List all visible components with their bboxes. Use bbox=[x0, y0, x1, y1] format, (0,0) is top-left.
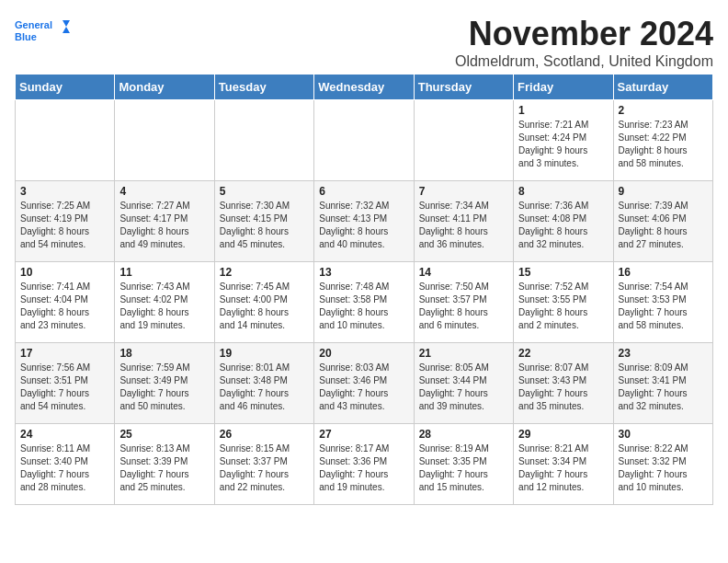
day-info: Sunrise: 7:32 AM Sunset: 4:13 PM Dayligh… bbox=[319, 200, 408, 251]
day-number: 4 bbox=[119, 185, 209, 198]
calendar-cell: 15Sunrise: 7:52 AM Sunset: 3:55 PM Dayli… bbox=[514, 262, 613, 343]
svg-text:Blue: Blue bbox=[15, 31, 37, 42]
day-info: Sunrise: 7:54 AM Sunset: 3:53 PM Dayligh… bbox=[619, 281, 708, 332]
day-number: 23 bbox=[619, 347, 708, 360]
calendar-cell: 30Sunrise: 8:22 AM Sunset: 3:32 PM Dayli… bbox=[613, 424, 712, 505]
calendar-cell bbox=[314, 100, 414, 181]
calendar-cell: 19Sunrise: 8:01 AM Sunset: 3:48 PM Dayli… bbox=[214, 343, 313, 424]
header-cell: Wednesday bbox=[314, 75, 414, 100]
day-number: 28 bbox=[419, 428, 508, 441]
calendar-cell: 4Sunrise: 7:27 AM Sunset: 4:17 PM Daylig… bbox=[115, 181, 214, 262]
calendar-week-row: 10Sunrise: 7:41 AM Sunset: 4:04 PM Dayli… bbox=[16, 262, 713, 343]
day-info: Sunrise: 7:45 AM Sunset: 4:00 PM Dayligh… bbox=[220, 281, 309, 332]
day-number: 2 bbox=[619, 104, 708, 117]
calendar-cell: 27Sunrise: 8:17 AM Sunset: 3:36 PM Dayli… bbox=[314, 424, 414, 505]
calendar-cell bbox=[214, 100, 313, 181]
calendar-cell: 7Sunrise: 7:34 AM Sunset: 4:11 PM Daylig… bbox=[414, 181, 513, 262]
calendar-cell bbox=[16, 100, 115, 181]
day-info: Sunrise: 8:17 AM Sunset: 3:36 PM Dayligh… bbox=[319, 442, 408, 494]
day-number: 12 bbox=[220, 266, 309, 279]
calendar-cell: 2Sunrise: 7:23 AM Sunset: 4:22 PM Daylig… bbox=[613, 100, 712, 181]
day-number: 15 bbox=[518, 266, 608, 279]
logo: General Blue bbox=[15, 15, 70, 52]
calendar-cell bbox=[414, 100, 513, 181]
calendar-cell: 11Sunrise: 7:43 AM Sunset: 4:02 PM Dayli… bbox=[115, 262, 214, 343]
header-row: SundayMondayTuesdayWednesdayThursdayFrid… bbox=[16, 75, 713, 100]
day-info: Sunrise: 7:23 AM Sunset: 4:22 PM Dayligh… bbox=[619, 119, 708, 170]
calendar-cell: 8Sunrise: 7:36 AM Sunset: 4:08 PM Daylig… bbox=[514, 181, 613, 262]
day-number: 8 bbox=[518, 185, 608, 198]
calendar-cell: 3Sunrise: 7:25 AM Sunset: 4:19 PM Daylig… bbox=[16, 181, 115, 262]
month-title: November 2024 bbox=[455, 15, 713, 53]
day-number: 26 bbox=[220, 428, 309, 441]
day-number: 30 bbox=[619, 428, 708, 441]
header-cell: Thursday bbox=[414, 75, 513, 100]
day-number: 6 bbox=[319, 185, 408, 198]
day-info: Sunrise: 8:03 AM Sunset: 3:46 PM Dayligh… bbox=[319, 362, 408, 413]
day-number: 17 bbox=[20, 347, 109, 360]
day-info: Sunrise: 8:01 AM Sunset: 3:48 PM Dayligh… bbox=[220, 362, 309, 413]
day-number: 29 bbox=[518, 428, 608, 441]
day-number: 16 bbox=[619, 266, 708, 279]
svg-marker-2 bbox=[63, 20, 70, 33]
header-cell: Monday bbox=[115, 75, 214, 100]
calendar-week-row: 3Sunrise: 7:25 AM Sunset: 4:19 PM Daylig… bbox=[16, 181, 713, 262]
day-number: 3 bbox=[20, 185, 109, 198]
day-info: Sunrise: 7:48 AM Sunset: 3:58 PM Dayligh… bbox=[319, 281, 408, 332]
calendar-cell: 28Sunrise: 8:19 AM Sunset: 3:35 PM Dayli… bbox=[414, 424, 513, 505]
calendar-cell: 26Sunrise: 8:15 AM Sunset: 3:37 PM Dayli… bbox=[214, 424, 313, 505]
calendar-cell: 16Sunrise: 7:54 AM Sunset: 3:53 PM Dayli… bbox=[613, 262, 712, 343]
calendar-week-row: 17Sunrise: 7:56 AM Sunset: 3:51 PM Dayli… bbox=[16, 343, 713, 424]
location: Oldmeldrum, Scotland, United Kingdom bbox=[455, 53, 713, 70]
calendar-cell: 10Sunrise: 7:41 AM Sunset: 4:04 PM Dayli… bbox=[16, 262, 115, 343]
day-number: 5 bbox=[220, 185, 309, 198]
svg-text:General: General bbox=[15, 19, 52, 30]
day-number: 14 bbox=[419, 266, 508, 279]
day-info: Sunrise: 7:50 AM Sunset: 3:57 PM Dayligh… bbox=[419, 281, 508, 332]
calendar-cell: 12Sunrise: 7:45 AM Sunset: 4:00 PM Dayli… bbox=[214, 262, 313, 343]
header-cell: Tuesday bbox=[214, 75, 313, 100]
calendar-cell bbox=[115, 100, 214, 181]
calendar-week-row: 1Sunrise: 7:21 AM Sunset: 4:24 PM Daylig… bbox=[16, 100, 713, 181]
calendar-cell: 17Sunrise: 7:56 AM Sunset: 3:51 PM Dayli… bbox=[16, 343, 115, 424]
header-cell: Friday bbox=[514, 75, 613, 100]
calendar-week-row: 24Sunrise: 8:11 AM Sunset: 3:40 PM Dayli… bbox=[16, 424, 713, 505]
calendar-table: SundayMondayTuesdayWednesdayThursdayFrid… bbox=[15, 74, 713, 505]
day-info: Sunrise: 7:27 AM Sunset: 4:17 PM Dayligh… bbox=[119, 200, 209, 251]
calendar-cell: 14Sunrise: 7:50 AM Sunset: 3:57 PM Dayli… bbox=[414, 262, 513, 343]
calendar-cell: 6Sunrise: 7:32 AM Sunset: 4:13 PM Daylig… bbox=[314, 181, 414, 262]
calendar-cell: 23Sunrise: 8:09 AM Sunset: 3:41 PM Dayli… bbox=[613, 343, 712, 424]
day-info: Sunrise: 7:41 AM Sunset: 4:04 PM Dayligh… bbox=[20, 281, 109, 332]
day-info: Sunrise: 8:15 AM Sunset: 3:37 PM Dayligh… bbox=[220, 442, 309, 494]
title-block: November 2024 Oldmeldrum, Scotland, Unit… bbox=[455, 15, 713, 70]
day-info: Sunrise: 7:25 AM Sunset: 4:19 PM Dayligh… bbox=[20, 200, 109, 251]
day-number: 1 bbox=[518, 104, 608, 117]
day-info: Sunrise: 8:07 AM Sunset: 3:43 PM Dayligh… bbox=[518, 362, 608, 413]
day-number: 13 bbox=[319, 266, 408, 279]
day-info: Sunrise: 8:21 AM Sunset: 3:34 PM Dayligh… bbox=[518, 442, 608, 494]
day-info: Sunrise: 7:43 AM Sunset: 4:02 PM Dayligh… bbox=[119, 281, 209, 332]
day-info: Sunrise: 8:13 AM Sunset: 3:39 PM Dayligh… bbox=[119, 442, 209, 494]
day-info: Sunrise: 7:36 AM Sunset: 4:08 PM Dayligh… bbox=[518, 200, 608, 251]
day-info: Sunrise: 8:09 AM Sunset: 3:41 PM Dayligh… bbox=[619, 362, 708, 413]
calendar-cell: 24Sunrise: 8:11 AM Sunset: 3:40 PM Dayli… bbox=[16, 424, 115, 505]
calendar-cell: 29Sunrise: 8:21 AM Sunset: 3:34 PM Dayli… bbox=[514, 424, 613, 505]
day-number: 7 bbox=[419, 185, 508, 198]
day-number: 21 bbox=[419, 347, 508, 360]
header-cell: Sunday bbox=[16, 75, 115, 100]
header-cell: Saturday bbox=[613, 75, 712, 100]
calendar-cell: 9Sunrise: 7:39 AM Sunset: 4:06 PM Daylig… bbox=[613, 181, 712, 262]
logo-svg: General Blue bbox=[15, 15, 70, 52]
day-number: 25 bbox=[119, 428, 209, 441]
day-number: 27 bbox=[319, 428, 408, 441]
calendar-cell: 20Sunrise: 8:03 AM Sunset: 3:46 PM Dayli… bbox=[314, 343, 414, 424]
day-number: 24 bbox=[20, 428, 109, 441]
day-number: 22 bbox=[518, 347, 608, 360]
day-info: Sunrise: 7:21 AM Sunset: 4:24 PM Dayligh… bbox=[518, 119, 608, 170]
day-number: 9 bbox=[619, 185, 708, 198]
calendar-cell: 18Sunrise: 7:59 AM Sunset: 3:49 PM Dayli… bbox=[115, 343, 214, 424]
day-info: Sunrise: 8:19 AM Sunset: 3:35 PM Dayligh… bbox=[419, 442, 508, 494]
day-info: Sunrise: 7:52 AM Sunset: 3:55 PM Dayligh… bbox=[518, 281, 608, 332]
calendar-cell: 25Sunrise: 8:13 AM Sunset: 3:39 PM Dayli… bbox=[115, 424, 214, 505]
calendar-cell: 21Sunrise: 8:05 AM Sunset: 3:44 PM Dayli… bbox=[414, 343, 513, 424]
